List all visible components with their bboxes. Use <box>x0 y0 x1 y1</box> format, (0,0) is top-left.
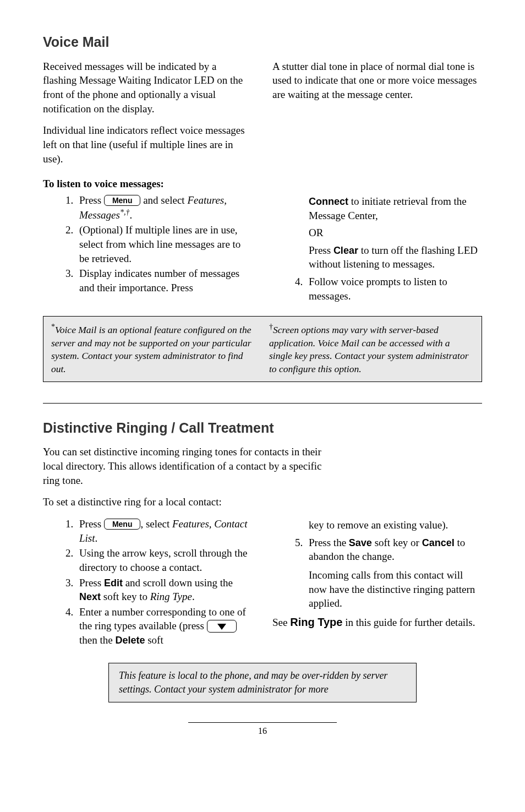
voice-mail-intro-columns: Received messages will be indicated by a… <box>43 59 482 173</box>
vm-or-label: OR <box>309 226 482 240</box>
vm-steps-left: Press Menu and select Features, Messages… <box>43 193 253 304</box>
dr-steps-right: key to remove an existing value). Press … <box>272 517 482 648</box>
dr-paragraph-1: You can set distinctive incoming ringing… <box>43 445 324 487</box>
vm-steps-right: Connect to initiate retrieval from the M… <box>272 193 482 304</box>
page-rule <box>188 722 337 723</box>
menu-key-icon: Menu <box>104 195 141 206</box>
page-number: 16 <box>43 725 482 737</box>
vm-step-3c-a: Press <box>309 244 333 256</box>
voice-mail-intro-right: A stutter dial tone in place of normal d… <box>272 59 482 173</box>
vm-step-4: Follow voice prompts to listen to messag… <box>305 275 482 303</box>
dr-step-5-b: soft key or <box>372 537 422 548</box>
footnote-dagger-icon: † <box>269 323 273 331</box>
dr-steps-left: Press Menu, select Features, Contact Lis… <box>43 517 253 648</box>
edit-softkey: Edit <box>104 577 123 588</box>
dr-step-5-a: Press the <box>309 537 349 548</box>
dr-see-a: See <box>272 617 290 628</box>
menu-key-icon-2: Menu <box>104 519 141 530</box>
dr-step-list: Press Menu, select Features, Contact Lis… <box>43 517 253 647</box>
vm-step-1: Press Menu and select Features, Messages… <box>76 193 253 222</box>
chevron-down-icon <box>217 624 226 630</box>
vm-paragraph-2: Individual line indicators reflect voice… <box>43 123 253 166</box>
vm-step-list-2: Follow voice prompts to listen to messag… <box>272 275 482 303</box>
dr-step-1-b: , select <box>140 518 172 530</box>
vm-step-3c: Press Clear to turn off the flashing LED… <box>309 243 482 271</box>
dr-result-paragraph: Incoming calls from this contact will no… <box>309 568 482 611</box>
dr-step-3-e: . <box>192 591 195 602</box>
voice-mail-heading: Voice Mail <box>43 33 482 52</box>
vm-step-list: Press Menu and select Features, Messages… <box>43 193 253 295</box>
ring-type-ref: Ring Type <box>290 616 342 628</box>
dr-step-4-tail: key to remove an existing value). <box>309 518 482 532</box>
distinctive-ringing-section: Distinctive Ringing / Call Treatment You… <box>43 419 482 702</box>
voice-mail-section: Voice Mail Received messages will be ind… <box>43 33 482 382</box>
clear-softkey: Clear <box>333 245 358 256</box>
vm-footnote-left-text: Voice Mail is an optional feature config… <box>51 324 251 374</box>
vm-listen-subhead: To listen to voice messages: <box>43 177 482 191</box>
section-divider <box>43 403 482 404</box>
vm-steps-columns: Press Menu and select Features, Messages… <box>43 193 482 304</box>
dr-step-3: Press Edit and scroll down using the Nex… <box>76 576 253 604</box>
vm-footnote-left: *Voice Mail is an optional feature confi… <box>51 322 256 375</box>
vm-footnote-right-text: Screen options may vary with server-base… <box>269 324 468 374</box>
save-softkey: Save <box>349 537 372 548</box>
dr-see-b: in this guide for further details. <box>342 617 475 628</box>
footnote-star-icon: * <box>51 323 55 331</box>
dr-step-list-2: Press the Save soft key or Cancel to aba… <box>272 536 482 564</box>
dr-step-2: Using the arrow keys, scroll through the… <box>76 546 253 574</box>
down-arrow-key-icon <box>207 620 237 632</box>
dr-step-3-b: and scroll down using the <box>123 577 233 588</box>
vm-step-3: Display indicates number of messages and… <box>76 266 253 295</box>
vm-step-1-text-a: Press <box>79 194 104 206</box>
connect-softkey: Connect <box>309 196 348 207</box>
dr-step-4: Enter a number corresponding to one of t… <box>76 605 253 647</box>
vm-footnote-box: *Voice Mail is an optional feature confi… <box>43 316 482 382</box>
vm-paragraph-3: A stutter dial tone in place of normal d… <box>272 59 482 102</box>
vm-step-2: (Optional) If multiple lines are in use,… <box>76 223 253 265</box>
voice-mail-intro-left: Received messages will be indicated by a… <box>43 59 253 173</box>
dr-step-3-a: Press <box>79 577 104 588</box>
dr-step-4-b: then the <box>79 634 115 646</box>
vm-step-3-continue: Connect to initiate retrieval from the M… <box>309 194 482 222</box>
delete-softkey: Delete <box>115 635 145 646</box>
dr-step-3-d: Ring Type <box>150 591 192 602</box>
dr-step-3-c: soft key to <box>101 591 150 602</box>
vm-step-1-text-b: and select <box>140 194 187 206</box>
vm-footnote-right: †Screen options may vary with server-bas… <box>269 322 474 375</box>
dr-step-1-d: . <box>95 532 98 544</box>
vm-paragraph-1: Received messages will be indicated by a… <box>43 59 253 116</box>
dr-step-1: Press Menu, select Features, Contact Lis… <box>76 517 253 545</box>
dr-step-4-c: soft <box>145 634 163 646</box>
dr-heading: Distinctive Ringing / Call Treatment <box>43 419 482 438</box>
next-softkey: Next <box>79 591 101 602</box>
dr-paragraph-2: To set a distinctive ring for a local co… <box>43 495 482 509</box>
dr-footnote-box: This feature is local to the phone, and … <box>108 663 417 702</box>
dr-step-5: Press the Save soft key or Cancel to aba… <box>305 536 482 564</box>
dr-steps-columns: Press Menu, select Features, Contact Lis… <box>43 517 482 648</box>
vm-step-1-sup: *,† <box>120 208 130 216</box>
dr-step-1-a: Press <box>79 518 104 530</box>
cancel-softkey: Cancel <box>422 537 455 548</box>
vm-step-1-text-d: . <box>129 209 132 221</box>
dr-see-paragraph: See Ring Type in this guide for further … <box>272 615 482 630</box>
